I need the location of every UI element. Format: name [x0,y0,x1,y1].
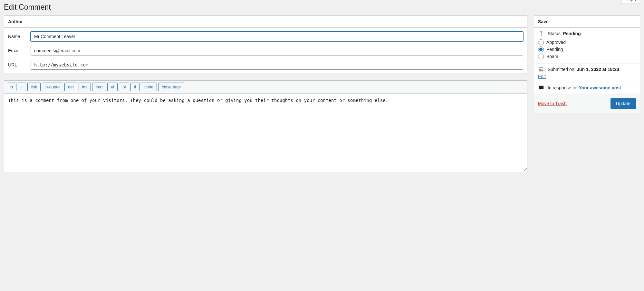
help-button[interactable]: Help ▾ [621,0,640,4]
qt-italic-button[interactable]: i [18,83,26,91]
edit-date-link[interactable]: Edit [538,74,546,79]
save-box: Save Status: Pending Approved Pendin [534,15,640,113]
url-label: URL [8,62,31,67]
in-response-to-text: In response to: Your awesome post [548,85,621,90]
comment-textarea[interactable] [4,94,527,171]
save-box-title: Save [534,16,640,28]
status-approved-radio[interactable] [538,39,544,45]
qt-bquote-button[interactable]: b-quote [42,83,63,91]
status-label: Status: Pending [548,31,581,36]
calendar-icon [538,66,544,73]
qt-close-button[interactable]: close tags [158,83,184,91]
quicktags-toolbar: b i link b-quote del ins img ul ol li co… [4,81,527,94]
status-pending-label[interactable]: Pending [546,47,563,52]
status-pending-radio[interactable] [538,46,544,52]
qt-bold-button[interactable]: b [7,83,16,91]
submitted-on-text: Submitted on: Jun 1, 2022 at 18:23 [548,67,619,72]
comment-icon [538,85,544,91]
qt-ins-button[interactable]: ins [79,83,91,91]
key-icon [538,30,544,37]
response-post-link[interactable]: Your awesome post [579,85,621,90]
qt-ul-button[interactable]: ul [107,83,118,91]
move-to-trash-link[interactable]: Move to Trash [538,101,567,106]
qt-li-button[interactable]: li [130,83,139,91]
author-box: Author Name Email URL [4,15,527,74]
name-label: Name [8,34,31,39]
update-button[interactable]: Update [610,98,636,109]
email-input[interactable] [31,46,523,55]
author-box-title: Author [4,16,527,28]
url-input[interactable] [31,60,523,70]
name-input[interactable] [31,32,523,41]
email-label: Email [8,48,31,53]
status-spam-label[interactable]: Spam [546,54,558,59]
status-spam-radio[interactable] [538,54,544,59]
qt-del-button[interactable]: del [64,83,77,91]
qt-code-button[interactable]: code [141,83,157,91]
qt-ol-button[interactable]: ol [119,83,129,91]
page-title: Edit Comment [4,0,640,15]
qt-img-button[interactable]: img [92,83,106,91]
status-approved-label[interactable]: Approved [546,40,566,45]
comment-editor: b i link b-quote del ins img ul ol li co… [4,80,527,172]
qt-link-button[interactable]: link [27,83,41,91]
